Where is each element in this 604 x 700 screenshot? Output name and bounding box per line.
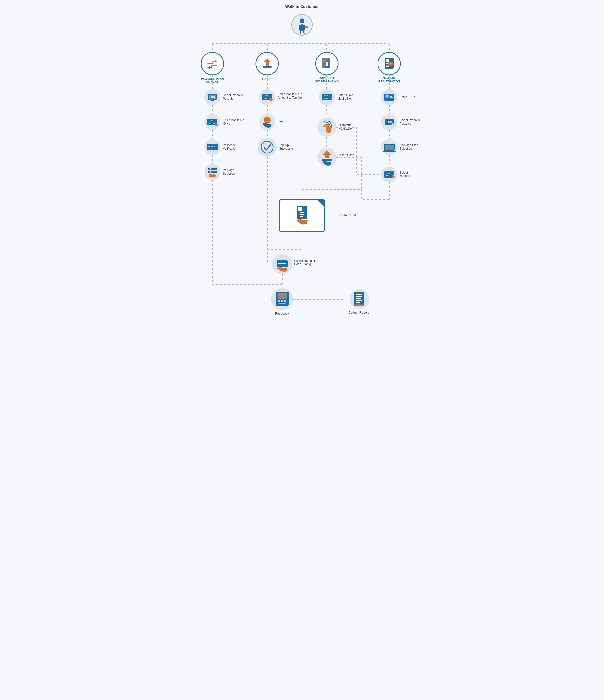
svg-point-90 xyxy=(392,175,395,178)
svg-rect-108 xyxy=(278,294,286,298)
label-package-sel: Package xyxy=(223,168,234,172)
label-collect-cash-2: Cash (If any) xyxy=(294,262,311,266)
receipt-icon xyxy=(354,292,364,306)
screen-num-icon-3: 03XX XXXXXXX xyxy=(322,94,332,100)
label-enter-mobile-1: Enter Mobile No. xyxy=(223,118,245,122)
svg-rect-52 xyxy=(214,171,217,173)
svg-text:03XX: 03XX xyxy=(209,120,213,122)
svg-text:03XX: 03XX xyxy=(386,172,390,174)
label-enter-id-mobile-2: Mobile No. xyxy=(337,97,351,100)
svg-rect-95 xyxy=(300,212,305,214)
screen-num-icon-2: 03XX XXXXXXX xyxy=(262,94,272,101)
svg-rect-49 xyxy=(214,168,217,170)
svg-rect-51 xyxy=(211,171,213,173)
step-topup-success xyxy=(258,138,277,156)
laptop-icon xyxy=(383,144,396,152)
screen-icon-2 xyxy=(385,119,394,125)
svg-rect-94 xyxy=(298,207,302,211)
label-select-prepaid: Select Prepaid/ xyxy=(223,94,243,97)
screen-id-icon xyxy=(384,94,394,101)
svg-rect-110 xyxy=(281,300,283,302)
svg-text:03XX: 03XX xyxy=(324,95,328,97)
label-passcode-2: Verification xyxy=(223,147,237,150)
password-icon: ***** xyxy=(207,144,218,150)
screen-icon-1 xyxy=(208,94,217,101)
screen-num-icon-1: 03XX XXXXXXX xyxy=(207,119,218,126)
label-passcode: Passcode xyxy=(223,143,236,147)
label-enter-mobile-1b: ID No. xyxy=(223,122,231,125)
svg-point-59 xyxy=(264,117,271,124)
svg-rect-20 xyxy=(386,58,389,61)
label-collect-sim: Collect SIM xyxy=(339,214,356,217)
svg-rect-2 xyxy=(305,26,309,28)
walkin-label: Walk-in Customer xyxy=(285,4,319,9)
label-pkg-plan-sel-2: Selection xyxy=(400,147,412,150)
svg-rect-111 xyxy=(284,300,286,302)
label-enter-amount: Enter Mobile No. & xyxy=(278,93,303,96)
svg-rect-97 xyxy=(300,216,303,217)
label-select-prepaid-2: Pospaid xyxy=(223,97,234,100)
label-biometric-1: Biometric xyxy=(339,123,351,127)
svg-text:03XX: 03XX xyxy=(264,95,268,97)
label-select-num-2: Number xyxy=(400,174,411,178)
feedback-icon xyxy=(275,292,289,306)
svg-point-42 xyxy=(215,123,218,126)
new-sim-icon xyxy=(385,57,394,69)
svg-rect-50 xyxy=(208,171,210,173)
svg-text:*****: ***** xyxy=(208,146,215,149)
svg-rect-12 xyxy=(263,66,271,68)
label-collect-cash: Collect Remaining xyxy=(294,259,318,262)
diagram-container: Walk-in Customer xyxy=(182,0,422,344)
svg-rect-109 xyxy=(278,300,280,302)
svg-rect-85 xyxy=(383,151,396,152)
dup-sim-icon xyxy=(322,58,330,68)
label-select-prepaid2b: Postpaid xyxy=(400,122,411,125)
label-select-num: Select xyxy=(400,171,408,174)
main-diagram-svg: Walk-in Customer xyxy=(182,0,422,344)
svg-point-57 xyxy=(270,98,272,101)
label-pay: Pay xyxy=(278,120,283,124)
svg-rect-73 xyxy=(390,96,392,97)
svg-rect-77 xyxy=(388,121,392,123)
svg-rect-74 xyxy=(390,97,393,98)
svg-rect-16 xyxy=(326,61,329,64)
label-pkg-plan-sel: Package Plan xyxy=(400,143,418,147)
label-topup-success: Top-Up xyxy=(279,143,289,147)
label-package-sel-2: Selection xyxy=(223,172,235,175)
svg-rect-47 xyxy=(208,168,210,170)
label-enter-id-mobile-1: Enter ID No. xyxy=(337,94,354,97)
svg-rect-72 xyxy=(390,95,393,96)
label-insert-cash: Insert Cash xyxy=(339,153,354,157)
label-select-prepaid2: Select Prepaid/ xyxy=(400,118,420,122)
svg-text:XXXXXXX: XXXXXXX xyxy=(324,98,332,99)
label-enter-amount-2: Amount to Top-Up xyxy=(278,96,302,99)
label-feedback: Feedback xyxy=(275,311,289,315)
svg-rect-69 xyxy=(322,158,332,160)
svg-rect-112 xyxy=(279,303,286,304)
svg-point-71 xyxy=(386,95,389,98)
svg-rect-96 xyxy=(300,214,305,216)
svg-point-1 xyxy=(299,19,305,23)
label-collect-receipt: Collect Receipt xyxy=(348,310,370,314)
svg-rect-34 xyxy=(211,100,214,101)
svg-rect-48 xyxy=(211,168,213,170)
svg-rect-33 xyxy=(211,96,215,98)
label-topup-success-2: Successful xyxy=(279,147,293,150)
label-enter-id: Enter ID No. xyxy=(400,96,416,99)
screen-num2-icon: 03XX XXXXXXX xyxy=(384,171,395,178)
